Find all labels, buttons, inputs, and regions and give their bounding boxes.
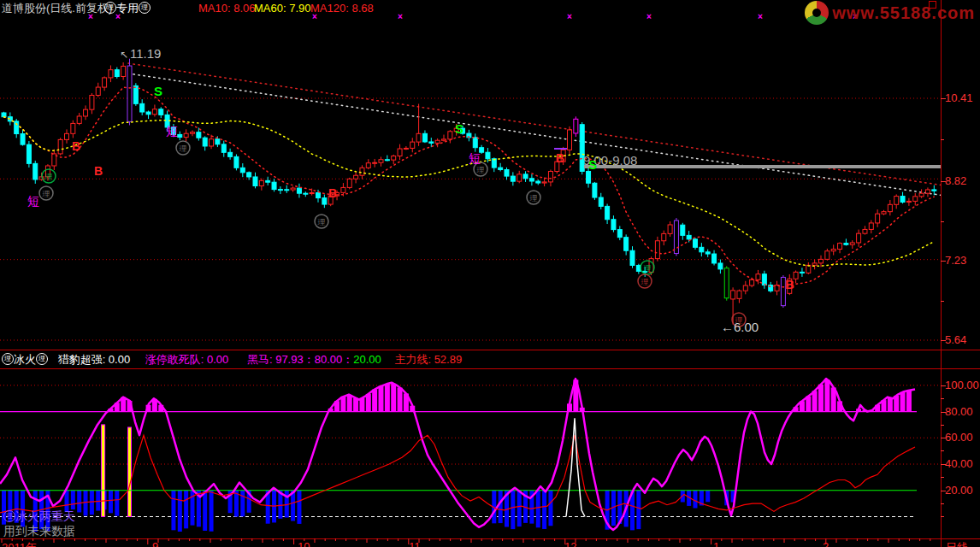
indicator-chart-canvas[interactable] bbox=[0, 369, 941, 538]
candle-body bbox=[410, 142, 415, 148]
candle-body bbox=[297, 188, 301, 193]
swirl-logo-icon bbox=[805, 1, 829, 25]
candle-body bbox=[499, 168, 503, 169]
blue-bar bbox=[210, 491, 214, 532]
axis-tick bbox=[941, 221, 944, 222]
candle-body bbox=[247, 173, 251, 177]
candle-body bbox=[197, 132, 201, 138]
watermark-circle-icon: 理 bbox=[3, 510, 15, 522]
candle-body bbox=[925, 190, 930, 193]
candle-body bbox=[109, 70, 113, 78]
indicator-value-liebao: 猎豹超强: 0.00 bbox=[58, 353, 131, 366]
candle-body bbox=[505, 170, 509, 177]
magenta-bar bbox=[824, 379, 829, 411]
magenta-bar bbox=[906, 391, 912, 412]
candle-body bbox=[347, 179, 351, 187]
candle-body bbox=[700, 247, 704, 252]
app-window: 道博股份(日线.前复权) 理专用理 MA10: 8.06 MA60: 7.90 … bbox=[0, 0, 980, 547]
blue-bar bbox=[184, 491, 188, 529]
indicator-header: 理冰火理 猎豹超强: 0.00 涨停敢死队: 0.00 黑马: 97.93：80… bbox=[2, 351, 462, 368]
month-label: 2 bbox=[823, 540, 829, 547]
blue-bar bbox=[542, 491, 546, 529]
candle-body bbox=[429, 142, 434, 143]
blue-bar bbox=[115, 491, 119, 516]
magenta-bar bbox=[391, 384, 396, 412]
candle-body bbox=[140, 103, 145, 112]
candle-body bbox=[668, 225, 672, 233]
price-axis-line bbox=[941, 0, 942, 547]
candle-body bbox=[178, 134, 182, 137]
blue-bar bbox=[517, 491, 522, 526]
candle-body bbox=[844, 244, 848, 245]
chart-annotation: ↖ bbox=[120, 49, 128, 61]
axis-tick bbox=[941, 516, 944, 517]
candle-body bbox=[272, 182, 276, 189]
candle-body bbox=[21, 134, 25, 145]
candle-body bbox=[712, 254, 717, 263]
candle-body bbox=[662, 233, 666, 240]
main-chart-canvas[interactable]: 理理理理理理理理理↖11.19S短BB短BS短B9.00-9.08S←6.00B bbox=[0, 15, 941, 350]
axis-price-label: 100.00 bbox=[945, 379, 979, 391]
indicator-value-zhangting: 涨停敢死队: 0.00 bbox=[145, 353, 229, 366]
axis-price-label: 7.23 bbox=[945, 254, 966, 267]
watermark-char: 理 bbox=[477, 166, 485, 174]
candle-body bbox=[448, 132, 452, 139]
candle-body bbox=[322, 198, 327, 204]
candle-body bbox=[838, 244, 842, 250]
candle-body bbox=[133, 85, 138, 103]
axis-tick bbox=[941, 438, 946, 438]
axis-price-label: 20.00 bbox=[945, 484, 973, 497]
chart-annotation: B bbox=[328, 186, 337, 200]
candle-body bbox=[630, 250, 635, 265]
candle-body bbox=[888, 204, 892, 211]
candle-body bbox=[159, 109, 163, 115]
candle-body bbox=[310, 193, 314, 194]
candle-body bbox=[90, 95, 94, 109]
period-selector[interactable]: 日线 bbox=[946, 540, 968, 547]
candle-body bbox=[825, 251, 829, 260]
candle-body bbox=[593, 183, 597, 197]
candle-body bbox=[681, 225, 685, 235]
indicator-header-divider bbox=[0, 368, 980, 369]
candle-body bbox=[599, 197, 603, 206]
candle-body bbox=[800, 272, 804, 273]
blue-bar bbox=[694, 491, 698, 509]
candle-body bbox=[831, 250, 835, 251]
indicator-value-heima-low: 20.00 bbox=[353, 353, 381, 366]
candle-body bbox=[240, 168, 245, 173]
candle-body bbox=[882, 212, 886, 214]
axis-tick bbox=[941, 340, 946, 341]
candle-body bbox=[863, 229, 867, 233]
watermark-circle-icon: 理 bbox=[2, 353, 14, 365]
axis-tick bbox=[941, 98, 946, 99]
axis-tick bbox=[941, 412, 946, 413]
candle-body bbox=[756, 274, 760, 280]
axis-price-label: 10.41 bbox=[945, 91, 973, 104]
blue-bar bbox=[171, 491, 175, 531]
month-label: 10 bbox=[298, 540, 310, 547]
special-badge: 理专用理 bbox=[104, 1, 151, 16]
overbought-histogram bbox=[108, 379, 911, 411]
month-label: 1 bbox=[713, 540, 719, 547]
heima-curve bbox=[0, 379, 915, 530]
candle-body bbox=[724, 268, 729, 298]
blue-bar bbox=[71, 491, 75, 509]
candle-body bbox=[58, 139, 62, 154]
candle-body bbox=[913, 197, 918, 202]
candle-body bbox=[278, 190, 282, 191]
candle-body bbox=[737, 291, 741, 298]
blue-bar bbox=[178, 491, 182, 532]
year-label: 2011年 bbox=[2, 540, 37, 547]
candle-body bbox=[285, 190, 289, 191]
candle-body bbox=[210, 139, 214, 146]
chart-annotation: 短 bbox=[166, 124, 178, 138]
axis-price-label: 8.82 bbox=[945, 174, 966, 187]
candle-body bbox=[705, 252, 710, 254]
candle-body bbox=[152, 109, 156, 115]
candle-body bbox=[442, 139, 446, 140]
indicator-name[interactable]: 理冰火理 bbox=[2, 353, 48, 366]
chart-annotation: S bbox=[154, 84, 162, 98]
yellow-signal-bar bbox=[128, 427, 132, 517]
candle-body bbox=[316, 193, 321, 198]
site-logo: www.55188.com bbox=[805, 1, 975, 25]
